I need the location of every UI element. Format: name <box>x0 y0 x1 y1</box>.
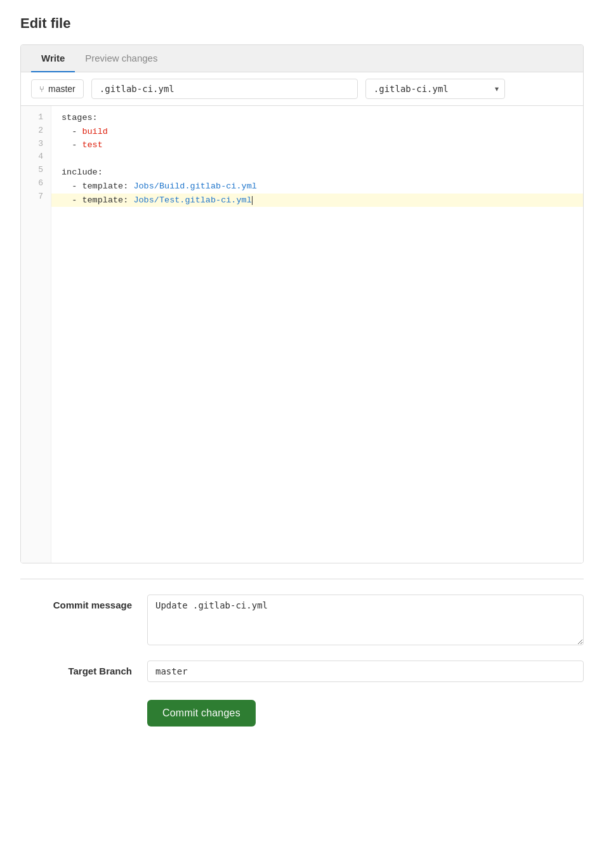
target-branch-input[interactable] <box>147 661 584 682</box>
target-branch-label: Target Branch <box>20 661 147 676</box>
template-select[interactable]: .gitlab-ci.yml <box>365 79 505 99</box>
commit-message-wrapper: Update .gitlab-ci.yml <box>147 595 584 648</box>
commit-message-textarea[interactable]: Update .gitlab-ci.yml <box>147 595 584 645</box>
line-number-2: 2 <box>21 124 51 138</box>
branch-icon: ⑂ <box>39 84 44 94</box>
line-number-7: 7 <box>21 190 51 204</box>
code-line-1: stages: <box>51 111 583 125</box>
bottom-section: Commit message Update .gitlab-ci.yml Tar… <box>20 579 584 727</box>
branch-badge: ⑂ master <box>31 79 84 98</box>
commit-message-label: Commit message <box>20 595 147 610</box>
tab-preview[interactable]: Preview changes <box>75 45 167 72</box>
line-numbers: 1 2 3 4 5 6 7 <box>21 106 51 563</box>
line-number-4: 4 <box>21 150 51 164</box>
code-editor[interactable]: 1 2 3 4 5 6 7 stages: - build - test inc… <box>21 106 583 563</box>
commit-button-row: Commit changes <box>20 695 584 727</box>
tab-write[interactable]: Write <box>31 45 75 72</box>
code-line-7: - template: Jobs/Test.gitlab-ci.yml <box>51 194 583 207</box>
line-number-1: 1 <box>21 111 51 124</box>
template-select-wrapper: .gitlab-ci.yml <box>365 79 505 99</box>
branch-input-wrapper <box>147 661 584 682</box>
editor-container: Write Preview changes ⑂ master .gitlab-c… <box>20 44 584 563</box>
code-content: stages: - build - test include: - templa… <box>51 106 583 563</box>
code-line-2: - build <box>51 125 583 139</box>
branch-label: master <box>48 84 76 94</box>
line-number-5: 5 <box>21 164 51 177</box>
code-line-4 <box>51 152 583 166</box>
code-line-5: include: <box>51 166 583 180</box>
line-number-6: 6 <box>21 177 51 190</box>
target-branch-row: Target Branch <box>20 661 584 682</box>
commit-message-row: Commit message Update .gitlab-ci.yml <box>20 595 584 648</box>
file-name-input[interactable] <box>91 79 358 99</box>
toolbar: ⑂ master .gitlab-ci.yml <box>21 72 583 106</box>
commit-changes-button[interactable]: Commit changes <box>147 700 256 727</box>
code-line-6: - template: Jobs/Build.gitlab-ci.yml <box>51 180 583 194</box>
tabs-header: Write Preview changes <box>21 45 583 72</box>
code-line-3: - test <box>51 138 583 152</box>
line-number-3: 3 <box>21 138 51 151</box>
page-title: Edit file <box>20 15 584 32</box>
